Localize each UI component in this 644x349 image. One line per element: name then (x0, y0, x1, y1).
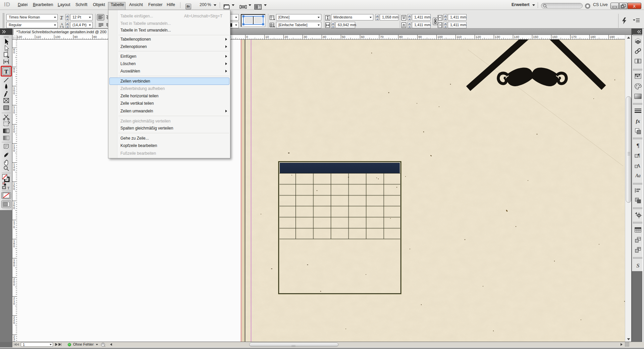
svg-text:110: 110 (13, 105, 15, 114)
svg-text:190: 190 (609, 35, 615, 39)
svg-text:90: 90 (74, 35, 78, 39)
svg-text:200: 200 (13, 277, 15, 286)
svg-text:160: 160 (13, 201, 15, 210)
svg-text:Aa: Aa (635, 173, 641, 178)
svg-text:110: 110 (457, 35, 462, 39)
svg-text:140: 140 (514, 35, 519, 39)
svg-text:fx: fx (636, 118, 640, 124)
svg-text:130: 130 (495, 35, 500, 39)
svg-text:170: 170 (13, 220, 15, 229)
svg-text:80: 80 (13, 48, 15, 54)
svg-text:120: 120 (13, 124, 15, 133)
svg-text:0: 0 (246, 35, 248, 39)
svg-text:120: 120 (17, 35, 22, 39)
svg-text:100: 100 (13, 86, 15, 95)
svg-text:110: 110 (36, 35, 41, 39)
svg-text:130: 130 (13, 143, 15, 152)
svg-text:150: 150 (533, 35, 538, 39)
svg-text:S: S (636, 262, 639, 269)
svg-text:IˉA: IˉA (60, 25, 64, 28)
svg-text:80: 80 (399, 35, 403, 39)
svg-text:210: 210 (13, 296, 15, 305)
svg-text:¶: ¶ (638, 153, 640, 158)
svg-text:150: 150 (13, 182, 15, 191)
svg-text:160: 160 (552, 35, 557, 39)
svg-text:80: 80 (93, 35, 97, 39)
svg-text:10: 10 (265, 35, 269, 39)
svg-text:180: 180 (590, 35, 596, 39)
svg-text:220: 220 (13, 315, 15, 325)
svg-text:T: T (7, 186, 9, 190)
svg-text:40: 40 (323, 35, 326, 39)
svg-text:X: X (633, 4, 636, 9)
svg-text:20: 20 (284, 35, 288, 39)
svg-text:T: T (4, 68, 8, 75)
svg-text:230: 230 (13, 335, 15, 342)
svg-text:T: T (60, 18, 62, 20)
svg-text:120: 120 (476, 35, 481, 39)
svg-text:60: 60 (361, 35, 365, 39)
svg-text:¶: ¶ (637, 142, 639, 149)
svg-text:140: 140 (13, 162, 15, 171)
svg-text:50: 50 (342, 35, 345, 39)
svg-text:90: 90 (13, 67, 15, 73)
svg-text:70: 70 (380, 35, 384, 39)
svg-text:180: 180 (13, 239, 15, 248)
svg-text:100: 100 (437, 35, 443, 39)
svg-text:30: 30 (304, 35, 307, 39)
svg-text:90: 90 (418, 35, 422, 39)
svg-text:190: 190 (13, 258, 15, 267)
svg-text:170: 170 (571, 35, 577, 39)
svg-text:100: 100 (55, 35, 60, 39)
